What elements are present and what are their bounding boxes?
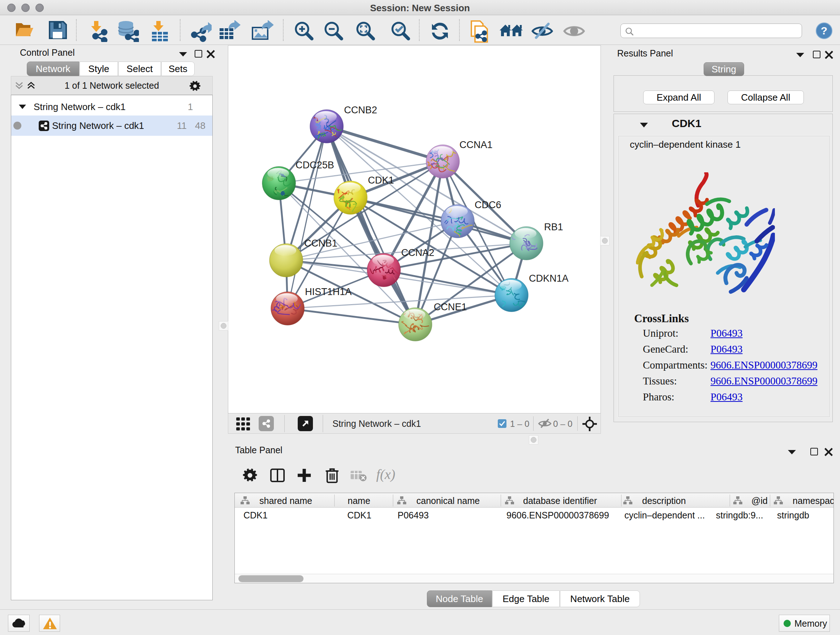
svg-text:RB1: RB1	[544, 222, 563, 233]
svg-text:CCNE1: CCNE1	[434, 302, 467, 312]
svg-text:?: ?	[821, 25, 827, 36]
svg-text:CCNB1: CCNB1	[304, 238, 338, 249]
svg-text:CCNA2: CCNA2	[401, 247, 434, 258]
svg-text:CDC25B: CDC25B	[295, 160, 334, 171]
svg-text:CDK1: CDK1	[368, 175, 394, 186]
svg-text:CCNA1: CCNA1	[459, 139, 493, 150]
svg-text:CDC6: CDC6	[475, 200, 501, 211]
svg-text:HIST1H1A: HIST1H1A	[305, 287, 352, 297]
svg-text:CCNB2: CCNB2	[344, 105, 377, 116]
svg-text:CDKN1A: CDKN1A	[529, 273, 569, 284]
